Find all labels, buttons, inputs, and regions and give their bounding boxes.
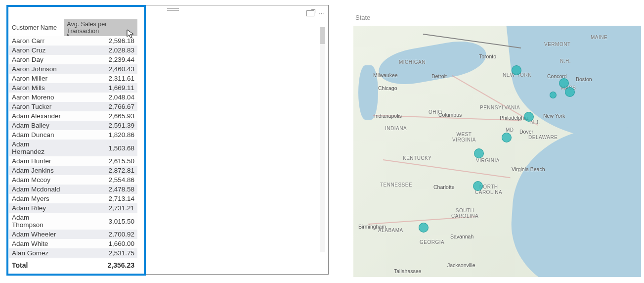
- map-city-label: Milwaukee: [373, 72, 398, 78]
- table-row[interactable]: Adam Wheeler2,700.92: [9, 230, 137, 239]
- cell-customer-name: Aaron Miller: [9, 74, 64, 83]
- table-body: Customer Name Avg. Sales per Transaction…: [9, 19, 326, 272]
- cell-avg-sales: 1,820.86: [64, 130, 137, 140]
- cell-avg-sales: 2,665.93: [64, 111, 137, 121]
- map-state-label: KENTUCKY: [403, 155, 431, 161]
- table-visual[interactable]: ··· Customer Name Avg. Sales per Transac…: [6, 5, 329, 275]
- table-row[interactable]: Adam Duncan1,820.86: [9, 130, 137, 140]
- cell-avg-sales: 2,596.18: [64, 36, 137, 46]
- table-row[interactable]: Alan Gomez2,531.75: [9, 248, 137, 258]
- map-state-label: VIRGINIA: [476, 158, 500, 163]
- map-city-label: New York: [543, 113, 565, 119]
- cell-avg-sales: 2,700.92: [64, 230, 137, 239]
- cell-customer-name: Aaron Moreno: [9, 93, 64, 102]
- cell-avg-sales: 1,503.68: [64, 140, 137, 156]
- table-row[interactable]: Adam Mccoy2,554.86: [9, 175, 137, 185]
- cell-avg-sales: 2,531.75: [64, 248, 137, 258]
- cell-customer-name: Adam Bailey: [9, 121, 64, 130]
- cell-avg-sales: 2,478.58: [64, 185, 137, 194]
- map-bubble[interactable]: [512, 65, 521, 75]
- table-row[interactable]: Adam Myers2,713.14: [9, 194, 137, 203]
- table-row[interactable]: Aaron Cruz2,028.83: [9, 46, 137, 55]
- map-city-label: Columbus: [438, 112, 462, 118]
- drag-handle-icon[interactable]: [160, 7, 186, 11]
- cell-customer-name: Aaron Cruz: [9, 46, 64, 55]
- cell-customer-name: Aaron Day: [9, 55, 64, 64]
- map-state-label: MAINE: [591, 35, 607, 40]
- table-row[interactable]: Adam Riley2,731.21: [9, 203, 137, 213]
- column-header-avg-sales[interactable]: Avg. Sales per Transaction ▲: [64, 19, 137, 36]
- table-row[interactable]: Aaron Tucker2,766.67: [9, 102, 137, 111]
- map-bubble[interactable]: [524, 112, 534, 122]
- cell-customer-name: Adam Hunter: [9, 156, 64, 166]
- sort-ascending-icon: ▲: [66, 32, 70, 37]
- map-city-label: Indianapolis: [374, 113, 402, 119]
- table-row[interactable]: Aaron Miller2,311.61: [9, 74, 137, 83]
- map-bubble[interactable]: [559, 78, 569, 88]
- map-bubble[interactable]: [550, 92, 557, 98]
- map-bubble[interactable]: [473, 181, 483, 191]
- focus-mode-icon[interactable]: [306, 10, 314, 16]
- map-city-label: Toronto: [479, 53, 496, 59]
- cell-avg-sales: 2,615.50: [64, 156, 137, 166]
- cell-avg-sales: 2,731.21: [64, 203, 137, 213]
- map-visual[interactable]: State MAINEVERMONTMICHIGANNEW YORKOHIOPE…: [353, 15, 641, 277]
- great-lakes: [376, 36, 489, 89]
- cell-customer-name: Aaron Tucker: [9, 102, 64, 111]
- cell-avg-sales: 2,766.67: [64, 102, 137, 111]
- table-row[interactable]: Aaron Moreno2,048.04: [9, 93, 137, 102]
- cell-avg-sales: 1,669.11: [64, 83, 137, 93]
- cell-customer-name: Adam Wheeler: [9, 230, 64, 239]
- map-state-label: INDIANA: [385, 126, 407, 131]
- map-state-label: SOUTHCAROLINA: [451, 208, 478, 219]
- table-row[interactable]: Aaron Johnson2,460.43: [9, 64, 137, 74]
- map-state-label: MICHIGAN: [399, 59, 426, 65]
- vertical-scrollbar[interactable]: [320, 27, 325, 252]
- map-city-label: Jacksonville: [447, 262, 475, 268]
- cell-avg-sales: 3,015.50: [64, 213, 137, 230]
- cell-customer-name: Adam Riley: [9, 203, 64, 213]
- table-row[interactable]: Aaron Day2,239.44: [9, 55, 137, 64]
- cell-avg-sales: 2,591.39: [64, 121, 137, 130]
- table-row[interactable]: Aaron Mills1,669.11: [9, 83, 137, 93]
- map-city-label: Virginia Beach: [512, 166, 545, 172]
- table-row[interactable]: Adam Hernandez1,503.68: [9, 140, 137, 156]
- cell-customer-name: Adam Mcdonald: [9, 185, 64, 194]
- map-state-label: WESTVIRGINIA: [452, 132, 476, 142]
- map-bubble[interactable]: [419, 223, 429, 233]
- cell-customer-name: Adam White: [9, 239, 64, 248]
- map-city-label: Dover: [519, 129, 533, 135]
- map-state-label: PENNSYLVANIA: [480, 105, 520, 110]
- table-row[interactable]: Adam Bailey2,591.39: [9, 121, 137, 130]
- map-title: State: [355, 14, 370, 21]
- cell-customer-name: Adam Myers: [9, 194, 64, 203]
- map-canvas[interactable]: MAINEVERMONTMICHIGANNEW YORKOHIOPENNSYLV…: [353, 26, 641, 277]
- cell-avg-sales: 2,872.81: [64, 166, 137, 175]
- map-bubble[interactable]: [502, 133, 512, 142]
- table-header-row: Customer Name Avg. Sales per Transaction…: [9, 19, 137, 36]
- map-state-label: MD: [506, 127, 514, 133]
- scrollbar-thumb[interactable]: [320, 27, 325, 44]
- atlantic-ocean-south: [507, 120, 641, 277]
- column-header-customer[interactable]: Customer Name: [9, 19, 64, 36]
- cell-avg-sales: 2,028.83: [64, 46, 137, 55]
- map-city-label: Boston: [576, 76, 592, 82]
- table-row[interactable]: Adam Mcdonald2,478.58: [9, 185, 137, 194]
- more-options-icon[interactable]: ···: [318, 9, 325, 17]
- table-row[interactable]: Adam Hunter2,615.50: [9, 156, 137, 166]
- table-total-row: Total 2,356.23: [9, 258, 137, 272]
- table-row[interactable]: Adam White1,660.00: [9, 239, 137, 248]
- map-bubble[interactable]: [474, 148, 484, 158]
- table-row[interactable]: Adam Alexander2,665.93: [9, 111, 137, 121]
- cell-customer-name: Aaron Carr: [9, 36, 64, 46]
- cell-customer-name: Aaron Mills: [9, 83, 64, 93]
- cell-avg-sales: 2,460.43: [64, 64, 137, 74]
- table-row[interactable]: Aaron Carr2,596.18: [9, 36, 137, 46]
- cell-customer-name: Adam Alexander: [9, 111, 64, 121]
- map-state-label: VERMONT: [544, 42, 571, 47]
- table-row[interactable]: Adam Jenkins2,872.81: [9, 166, 137, 175]
- table-row[interactable]: Adam Thompson3,015.50: [9, 213, 137, 230]
- map-state-label: GEORGIA: [420, 239, 444, 245]
- map-city-label: Charlotte: [433, 184, 455, 190]
- map-bubble[interactable]: [565, 87, 575, 97]
